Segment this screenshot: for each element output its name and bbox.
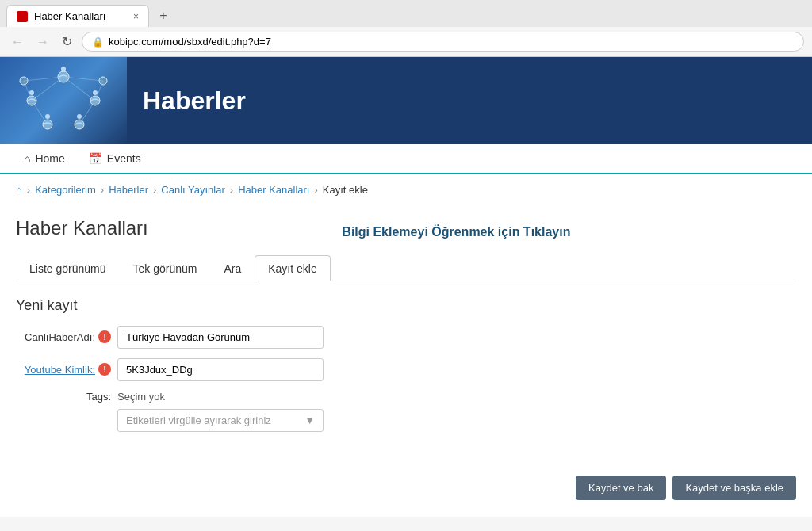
page-title: Haber Kanalları (16, 217, 148, 239)
svg-line-10 (79, 101, 95, 124)
header-image (0, 57, 127, 144)
svg-line-7 (32, 77, 63, 101)
breadcrumb-sep-1: › (27, 184, 30, 196)
svg-line-9 (32, 101, 48, 124)
tags-row: Tags: Seçim yok (16, 391, 796, 403)
svg-line-12 (63, 77, 103, 81)
home-icon: ⌂ (24, 152, 30, 165)
breadcrumb-canli-yayinlar[interactable]: Canlı Yayınlar (161, 184, 224, 196)
refresh-button[interactable]: ↻ (59, 32, 75, 51)
info-banner[interactable]: Bilgi Eklemeyi Öğrenmek için Tıklayın (342, 225, 570, 239)
tags-value: Seçim yok (117, 391, 165, 403)
view-tabs: Liste görünümü Tek görünüm Ara Kayıt ekl… (16, 255, 796, 281)
main-content: Haber Kanalları Bilgi Eklemeyi Öğrenmek … (0, 205, 812, 460)
svg-line-8 (63, 77, 95, 101)
tags-input-row: Etiketleri virgülle ayırarak giriniz ▼ (117, 409, 796, 432)
tab-ara[interactable]: Ara (210, 255, 255, 281)
save-add-button[interactable]: Kaydet ve başka ekle (672, 476, 796, 500)
breadcrumb-sep-5: › (314, 184, 317, 196)
svg-point-16 (29, 90, 34, 95)
url-box[interactable]: 🔒 kobipc.com/mod/sbxd/edit.php?d=7 (82, 32, 804, 52)
tab-tek-label: Tek görünüm (133, 262, 197, 275)
new-tab-button[interactable]: + (152, 5, 174, 27)
svg-point-18 (45, 114, 50, 119)
tab-kayit-ekle[interactable]: Kayıt ekle (255, 255, 330, 281)
dropdown-arrow-icon: ▼ (304, 414, 315, 426)
svg-point-19 (77, 114, 82, 119)
canli-haber-adi-group: CanlıHaberAdı: ! (16, 326, 796, 349)
tab-close-button[interactable]: × (133, 11, 139, 22)
address-bar: ← → ↻ 🔒 kobipc.com/mod/sbxd/edit.php?d=7 (0, 27, 812, 56)
svg-point-15 (61, 67, 66, 71)
site-header: Haberler (0, 57, 812, 144)
svg-point-17 (93, 90, 98, 95)
youtube-kimlik-label: Youtube Kimlik: ! (16, 358, 111, 376)
page-content: Haberler ⌂ Home 📅 Events ⌂ › Kategoriler… (0, 57, 812, 517)
nav-bar: ⌂ Home 📅 Events (0, 144, 812, 174)
network-icon (8, 61, 119, 140)
tab-liste-goruntumu[interactable]: Liste görünümü (16, 255, 120, 281)
action-row: Kaydet ve bak Kaydet ve başka ekle (0, 476, 812, 500)
nav-events-label: Events (107, 152, 141, 165)
breadcrumb-sep-4: › (230, 184, 233, 196)
active-tab[interactable]: Haber Kanalları × (6, 5, 149, 27)
nav-home-label: Home (35, 152, 64, 165)
browser-chrome: Haber Kanalları × + ← → ↻ 🔒 kobipc.com/m… (0, 0, 812, 57)
tags-dropdown[interactable]: Etiketleri virgülle ayırarak giriniz ▼ (117, 409, 324, 432)
tab-bar: Haber Kanalları × + (0, 0, 812, 27)
required-icon-1: ! (98, 330, 111, 343)
breadcrumb-sep-2: › (101, 184, 104, 196)
breadcrumb-home[interactable]: ⌂ (16, 184, 22, 196)
required-icon-2: ! (98, 363, 111, 376)
tab-favicon (17, 11, 28, 22)
youtube-kimlik-link[interactable]: Youtube Kimlik: (25, 364, 95, 376)
nav-home[interactable]: ⌂ Home (12, 144, 77, 173)
canli-haber-adi-input[interactable] (117, 326, 324, 349)
breadcrumb-haber-kanallari[interactable]: Haber Kanalları (238, 184, 309, 196)
breadcrumb-haberler[interactable]: Haberler (109, 184, 148, 196)
breadcrumb: ⌂ › Kategorilerim › Haberler › Canlı Yay… (0, 174, 812, 205)
tab-kayit-label: Kayıt ekle (268, 262, 316, 275)
svg-line-11 (24, 77, 63, 81)
url-text: kobipc.com/mod/sbxd/edit.php?d=7 (109, 36, 271, 48)
save-back-button[interactable]: Kaydet ve bak (576, 476, 666, 500)
youtube-kimlik-group: Youtube Kimlik: ! (16, 358, 796, 381)
forward-button[interactable]: → (33, 33, 52, 51)
breadcrumb-current: Kayıt ekle (323, 184, 368, 196)
tab-tek-goruntum[interactable]: Tek görünüm (120, 255, 211, 281)
tab-title: Haber Kanalları (34, 10, 105, 22)
lock-icon: 🔒 (92, 36, 104, 48)
breadcrumb-sep-3: › (153, 184, 156, 196)
youtube-kimlik-input[interactable] (117, 358, 324, 381)
breadcrumb-kategorilerim[interactable]: Kategorilerim (35, 184, 96, 196)
tags-placeholder: Etiketleri virgülle ayırarak giriniz (126, 414, 271, 426)
form-section-title: Yeni kayıt (16, 297, 796, 314)
tab-ara-label: Ara (224, 262, 241, 275)
calendar-icon: 📅 (89, 152, 102, 165)
back-button[interactable]: ← (8, 33, 27, 51)
canli-haber-adi-label: CanlıHaberAdı: ! (16, 326, 111, 343)
nav-events[interactable]: 📅 Events (77, 144, 153, 173)
site-title: Haberler (127, 86, 246, 116)
tab-liste-label: Liste görünümü (29, 262, 106, 275)
tags-label: Tags: (16, 391, 111, 403)
